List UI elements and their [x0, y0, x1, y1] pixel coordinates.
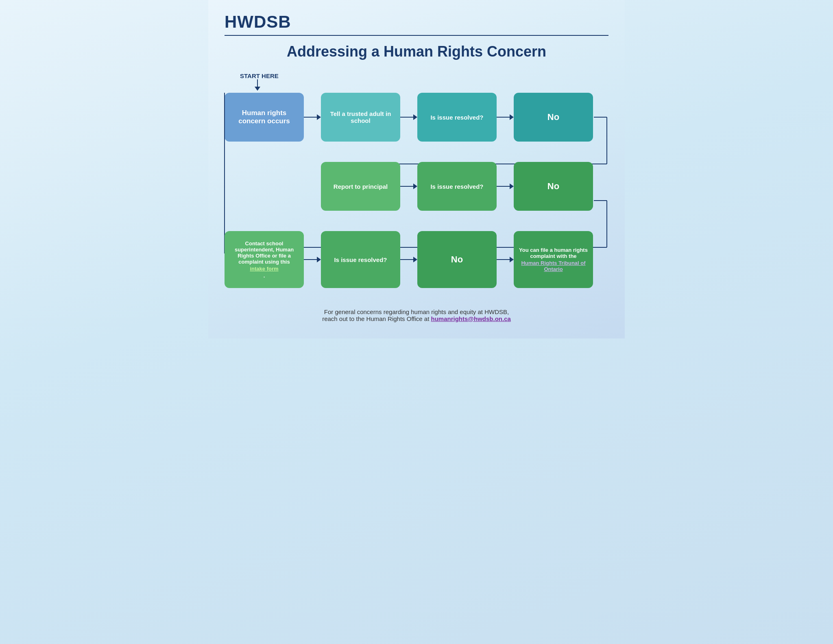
footer: For general concerns regarding human rig… [225, 308, 608, 322]
intake-form-link[interactable]: intake form [250, 266, 278, 272]
spacer-2-3 [225, 211, 608, 231]
box-contact-superintendent: Contact school superintendent, Human Rig… [225, 231, 304, 288]
box-issue-resolved-3: Is issue resolved? [321, 231, 400, 288]
logo: HWDSB [225, 12, 291, 32]
box-no-1: No [514, 93, 593, 142]
tribunal-link[interactable]: Human Rights Tribunal of Ontario [519, 260, 588, 272]
spacer-1-2 [225, 142, 608, 162]
footer-email-link[interactable]: humanrights@hwdsb.on.ca [431, 315, 511, 322]
header-bar: HWDSB [225, 12, 608, 32]
flowchart: START HERE Human rights concern occurs T… [225, 72, 608, 288]
arrow-r3-3-to-4 [497, 231, 514, 288]
row-3: Contact school superintendent, Human Rig… [225, 231, 608, 288]
box-human-rights-concern: Human rights concern occurs [225, 93, 304, 142]
box-report-principal: Report to principal [321, 162, 400, 211]
start-label: START HERE [240, 72, 279, 91]
arrow-r2-3-to-4 [497, 162, 514, 211]
box-tell-trusted-adult: Tell a trusted adult in school [321, 93, 400, 142]
divider-line [225, 35, 608, 36]
arrow-r3-2-to-3 [400, 231, 417, 288]
box-issue-resolved-2: Is issue resolved? [417, 162, 497, 211]
page: HWDSB Addressing a Human Rights Concern … [208, 0, 625, 338]
footer-line2: reach out to the Human Rights Office at … [225, 315, 608, 322]
footer-line1: For general concerns regarding human rig… [225, 308, 608, 315]
arrow-r2-2-to-3 [400, 162, 417, 211]
row-1: Human rights concern occurs Tell a trust… [225, 93, 608, 142]
row-2: Report to principal Is issue resolved? N… [225, 162, 608, 211]
page-title: Addressing a Human Rights Concern [225, 43, 608, 60]
arrow-r3-1-to-2 [304, 231, 321, 288]
arrow-r1-3-to-4 [497, 93, 514, 142]
footer-line2-before: reach out to the Human Rights Office at [322, 315, 431, 322]
arrow-r1-1-to-2 [304, 93, 321, 142]
row2-spacer [225, 162, 304, 211]
box-no-2: No [514, 162, 593, 211]
box-file-complaint: You can file a human rights complaint wi… [514, 231, 593, 288]
row2-arrow-spacer [304, 162, 321, 211]
arrow-r1-2-to-3 [400, 93, 417, 142]
box-issue-resolved-1: Is issue resolved? [417, 93, 497, 142]
box-no-3: No [417, 231, 497, 288]
